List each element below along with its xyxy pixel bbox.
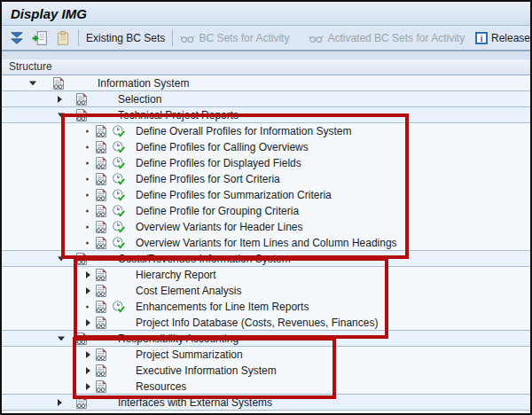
- tree-row[interactable]: Selection: [2, 91, 530, 107]
- chevron-down-icon[interactable]: [58, 336, 65, 341]
- title-bar: Display IMG: [2, 2, 530, 26]
- application-toolbar: Existing BC Sets BC Sets for Activity Ac…: [2, 26, 530, 51]
- bc-sets-for-activity-button[interactable]: BC Sets for Activity: [180, 32, 289, 44]
- structure-header: Structure: [2, 59, 530, 75]
- spacer-band: [2, 51, 530, 59]
- release-label: Release: [491, 32, 530, 44]
- tree-row[interactable]: Information System: [2, 75, 530, 91]
- info-icon: i: [475, 32, 488, 44]
- page-title: Display IMG: [2, 6, 87, 21]
- tree-row-label[interactable]: Information System: [98, 75, 189, 91]
- existing-bc-sets-button[interactable]: Existing BC Sets: [86, 32, 165, 44]
- glasses-icon: [309, 32, 324, 44]
- tree-row-label[interactable]: Selection: [118, 91, 161, 107]
- bc-sets-for-activity-label: BC Sets for Activity: [199, 32, 289, 44]
- activated-bc-sets-label: Activated BC Sets for Activity: [327, 32, 465, 44]
- img-doc-icon[interactable]: [74, 92, 89, 106]
- choose-double-chevron-icon[interactable]: [9, 30, 25, 46]
- highlight-box-responsibility-accounting: [73, 337, 336, 399]
- chevron-down-icon[interactable]: [29, 81, 36, 85]
- existing-bc-sets-label: Existing BC Sets: [86, 32, 165, 44]
- sap-window: Display IMG Existing BC Sets BC Sets for…: [0, 0, 532, 415]
- glasses-icon: [180, 32, 195, 44]
- highlight-box-technical-project-reports: [61, 114, 409, 259]
- chevron-right-icon[interactable]: [58, 96, 62, 103]
- release-notes-button[interactable]: i Release: [475, 32, 530, 44]
- highlight-box-costs-revenues: [74, 257, 388, 339]
- toolbar-separator: [78, 29, 79, 46]
- chevron-right-icon[interactable]: [58, 399, 62, 406]
- toolbar-separator: [172, 29, 173, 46]
- display-bc-set-icon[interactable]: [32, 30, 48, 46]
- img-doc-icon[interactable]: [51, 76, 66, 90]
- activated-bc-sets-button[interactable]: Activated BC Sets for Activity: [309, 32, 465, 44]
- clipboard-copy-icon[interactable]: [55, 30, 71, 46]
